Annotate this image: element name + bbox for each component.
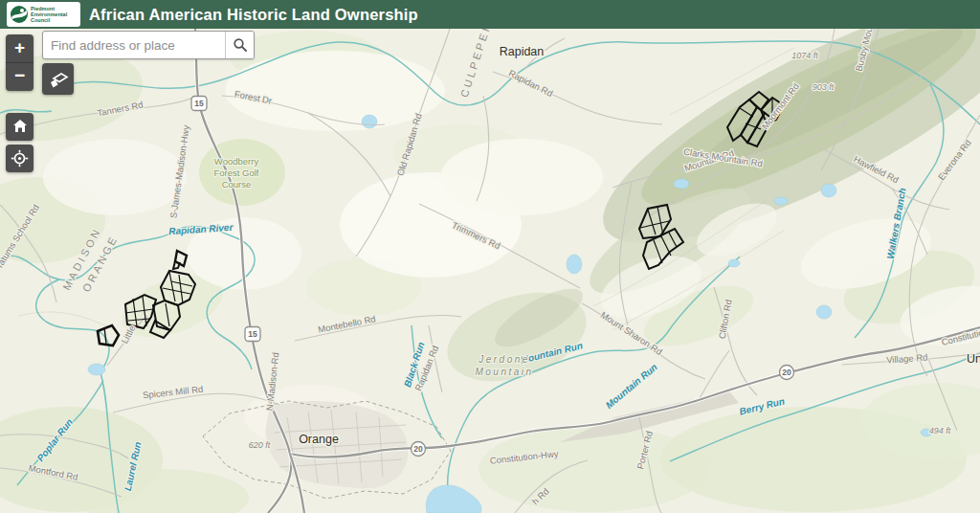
map-label: 1074 ft (791, 51, 818, 60)
pond (674, 179, 689, 189)
org-logo-text: Piedmont Environmental Council (31, 6, 67, 23)
locate-button[interactable] (6, 145, 33, 172)
terrain-patch (440, 139, 603, 215)
pond (728, 259, 740, 267)
app-window: 15152020RapidanOrangeUnCULPEPERMADISONOR… (0, 0, 980, 513)
pond (816, 305, 832, 319)
pond (567, 255, 582, 274)
map-label: Forest Golf (214, 167, 259, 178)
pond (88, 364, 105, 375)
home-button[interactable] (6, 113, 33, 141)
org-logo[interactable]: Piedmont Environmental Council (7, 2, 80, 27)
app-header: Piedmont Environmental Council African A… (0, 0, 980, 29)
terrain-patch (43, 139, 187, 215)
locate-icon (11, 149, 29, 167)
page-title: African American Historic Land Ownership (89, 0, 418, 29)
route-shield-label: 20 (782, 368, 791, 377)
org-logo-icon (10, 5, 29, 24)
map-label: 494 ft (929, 426, 951, 435)
map-label: Rapidan (500, 45, 545, 58)
pond (362, 115, 377, 128)
zoom-out-button[interactable]: − (6, 63, 33, 91)
map-label: Orange (299, 433, 339, 446)
map-label: Course (222, 179, 252, 190)
search-icon (233, 37, 248, 53)
route-shield-label: 15 (248, 329, 257, 339)
map-label: Jerdone (478, 354, 530, 365)
layers-icon (47, 69, 70, 90)
map-canvas[interactable]: 15152020RapidanOrangeUnCULPEPERMADISONOR… (0, 0, 980, 513)
search-box (42, 31, 255, 59)
route-shield-label: 20 (413, 444, 423, 454)
map-label: 903 ft (813, 82, 835, 92)
map-label: Woodberry (214, 156, 259, 167)
search-input[interactable] (43, 32, 225, 58)
home-icon (11, 118, 29, 135)
pond (821, 184, 836, 197)
pond (774, 197, 788, 205)
route-shield-label: 15 (194, 99, 204, 108)
map-label: Mountain (475, 367, 533, 377)
zoom-in-button[interactable]: + (6, 34, 33, 63)
map-label: Un (967, 352, 980, 366)
layers-button[interactable] (42, 63, 74, 95)
zoom-control: + − (6, 34, 33, 91)
org-logo-line3: Council (31, 17, 67, 23)
search-button[interactable] (225, 32, 254, 58)
map-label: 620 ft (249, 440, 271, 450)
